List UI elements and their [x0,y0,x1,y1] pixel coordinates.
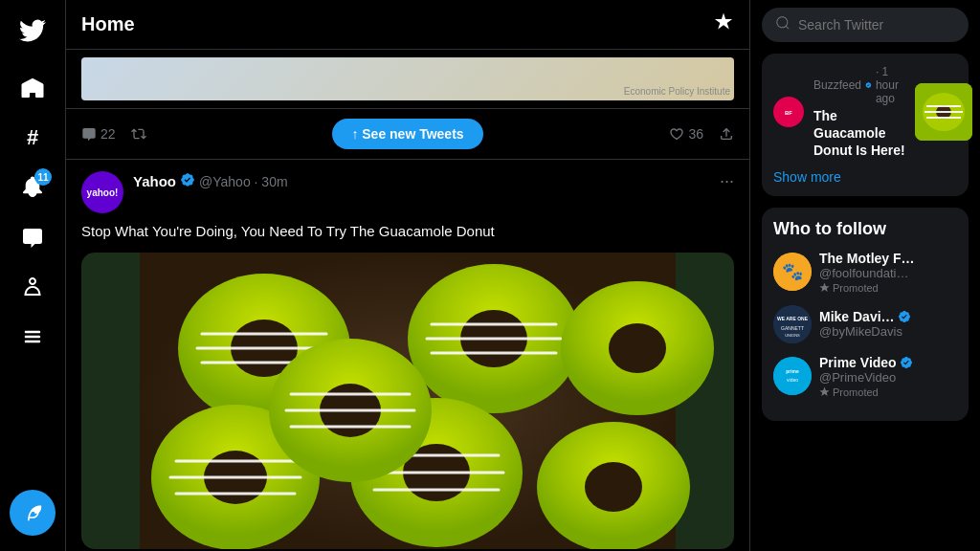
partial-tweet-image: Economic Policy Institute [81,57,734,100]
motley-avatar: 🐾 [773,253,812,291]
svg-text:BF: BF [785,110,792,116]
like-action-top[interactable]: 36 [669,126,703,142]
mike-name: Mike Davi… [819,309,957,324]
feed-header: Home [66,0,749,50]
sidebar-item-explore[interactable]: # [10,115,56,161]
svg-point-31 [585,462,642,512]
partial-tweet: Economic Policy Institute [66,50,749,109]
search-box[interactable] [762,8,969,42]
retweet-action-top[interactable] [131,126,146,142]
left-sidebar: # 11 [0,0,65,551]
sidebar-item-home[interactable] [10,65,56,111]
who-to-follow-title: Who to follow [773,219,957,239]
comment-action-top[interactable]: 22 [81,126,116,142]
prime-name: Prime Video [819,355,957,370]
tweet-image[interactable] [81,253,734,549]
see-new-tweets-button[interactable]: ↑ See new Tweets [332,119,482,149]
tweet-header: yahoo! Yahoo @Yahoo · 30 [81,171,734,213]
like-share-actions-top: 36 [669,126,734,142]
motley-promoted: Promoted [819,282,957,294]
tweet-avatar[interactable]: yahoo! [81,171,123,213]
who-to-follow-card: Who to follow 🐾 The Motley F… @foolfound… [762,208,969,421]
notification-count: 11 [34,168,52,186]
compose-tweet-button[interactable] [10,490,56,536]
prime-avatar: prime video [773,357,812,395]
trending-image [915,83,972,141]
motley-name: The Motley F… [819,251,957,266]
like-count-top: 36 [688,126,703,142]
trending-source: Buzzfeed [813,78,861,92]
right-sidebar: BF Buzzfeed · 1 hour ago The Guacamole D… [750,0,980,551]
sidebar-item-messages[interactable] [10,214,56,260]
tweet-actions-row: 22 [81,126,146,142]
sparkle-icon[interactable] [713,11,734,37]
share-action-top[interactable] [719,126,734,142]
buzzfeed-icon: BF [773,97,804,127]
mike-info: Mike Davi… @byMikeDavis [819,309,957,339]
tweet-handle: @Yahoo · 30m [199,174,288,189]
motley-handle: @foolfoundati… [819,266,957,280]
motley-info: The Motley F… @foolfoundati… Promoted [819,251,957,294]
tweet-item: yahoo! Yahoo @Yahoo · 30 [66,160,749,551]
prime-handle: @PrimeVideo [819,370,957,385]
tweet-more-button[interactable]: ··· [720,171,734,191]
sidebar-item-more[interactable] [10,314,56,360]
main-feed: Home Economic Policy Institute 22 [65,0,750,551]
prime-info: Prime Video @PrimeVideo Promoted [819,355,957,398]
tweet-author-info: Yahoo @Yahoo · 30m [133,172,288,190]
tweet-author-row: Yahoo @Yahoo · 30m ··· [133,171,734,191]
search-icon [775,15,791,34]
new-tweets-banner: 22 ↑ See new Tweets 36 [66,109,749,160]
comment-count-top: 22 [100,126,116,142]
trending-item[interactable]: BF Buzzfeed · 1 hour ago The Guacamole D… [773,65,957,160]
tweet-time: 30m [261,174,287,189]
svg-point-46 [773,357,812,395]
verified-badge [180,172,195,190]
trending-source-row: Buzzfeed · 1 hour ago [813,65,905,105]
tweet-author-name[interactable]: Yahoo [133,173,176,189]
svg-text:video: video [787,377,798,383]
svg-text:GANNETT: GANNETT [781,325,804,331]
svg-point-14 [609,323,666,373]
search-input[interactable] [798,17,955,33]
mike-avatar: WE ARE ONE GANNETT UNIONS [773,305,812,343]
show-more-button[interactable]: Show more [773,169,957,185]
trending-time: · 1 hour ago [876,65,905,105]
tweet-meta: Yahoo @Yahoo · 30m ··· [133,171,734,191]
svg-text:UNIONS: UNIONS [785,333,800,338]
svg-text:🐾: 🐾 [782,261,804,282]
mike-handle: @byMikeDavis [819,324,957,339]
sidebar-item-profile[interactable] [10,264,56,310]
prime-promoted: Promoted [819,386,957,398]
trending-card: BF Buzzfeed · 1 hour ago The Guacamole D… [762,54,969,196]
tweet-text: Stop What You're Doing, You Need To Try … [81,221,734,243]
trending-headline: The Guacamole Donut Is Here! [813,107,905,160]
svg-point-42 [773,305,812,343]
trending-info: Buzzfeed · 1 hour ago The Guacamole Donu… [813,65,905,160]
svg-text:prime: prime [786,368,799,374]
twitter-logo[interactable] [10,8,56,57]
follow-item-mike[interactable]: WE ARE ONE GANNETT UNIONS Mike Davi… @by… [773,305,957,343]
sidebar-item-notifications[interactable]: 11 [10,165,56,210]
svg-text:WE ARE ONE: WE ARE ONE [777,316,809,321]
page-title: Home [81,13,135,35]
follow-item-motley[interactable]: 🐾 The Motley F… @foolfoundati… Promoted [773,251,957,294]
follow-item-prime[interactable]: prime video Prime Video @PrimeVideo Prom… [773,355,957,398]
